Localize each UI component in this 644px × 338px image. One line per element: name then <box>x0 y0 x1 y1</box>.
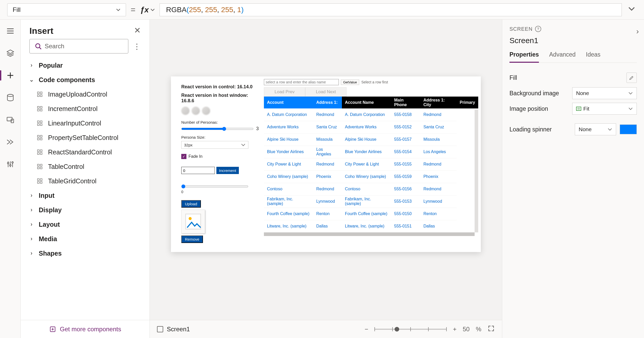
zoom-in-button[interactable]: + <box>453 326 457 333</box>
bg-image-select[interactable]: None <box>572 87 637 99</box>
category-display[interactable]: ›Display <box>21 203 150 217</box>
table-cell[interactable]: Renton <box>420 208 457 220</box>
hamburger-button[interactable] <box>3 25 18 37</box>
table-row[interactable]: Fourth Coffee (sample)RentonFourth Coffe… <box>264 208 478 220</box>
table-cell[interactable]: Los Angeles <box>313 146 342 158</box>
category-media[interactable]: ›Media <box>21 232 150 246</box>
table-cell[interactable]: 555-0151 <box>391 220 420 232</box>
close-panel-button[interactable] <box>134 27 141 35</box>
insert-button[interactable] <box>3 69 18 82</box>
zoom-slider-thumb[interactable] <box>395 327 399 332</box>
zoom-out-button[interactable]: − <box>365 326 368 333</box>
num-personas-slider[interactable] <box>181 127 254 131</box>
column-header[interactable]: Address 1: <box>313 97 342 108</box>
linear-slider[interactable] <box>181 184 248 188</box>
component-item[interactable]: TableGridControl <box>21 174 150 188</box>
table-cell[interactable]: 555-0155 <box>391 158 420 170</box>
get-more-components-button[interactable]: Get more components <box>21 320 150 338</box>
table-row[interactable]: Adventure WorksSanta CruzAdventure Works… <box>264 121 478 133</box>
table-cell[interactable]: Missoula <box>420 133 457 146</box>
tab-ideas[interactable]: Ideas <box>586 51 600 62</box>
table-cell[interactable]: Redmond <box>313 183 342 195</box>
table-cell[interactable]: Phoenix <box>313 170 342 183</box>
spinner-color-swatch[interactable] <box>620 124 637 134</box>
insert-more-menu[interactable]: ⋮ <box>133 42 141 51</box>
search-input[interactable]: Search <box>29 39 128 53</box>
column-header[interactable]: Main Phone <box>391 97 420 108</box>
column-header[interactable]: Account Name <box>342 97 391 108</box>
component-item[interactable]: LinearInputControl <box>21 116 150 130</box>
table-cell[interactable]: 555-0157 <box>391 133 420 146</box>
table-cell[interactable]: Los Angeles <box>420 146 457 158</box>
table-cell[interactable]: Fabrikam, Inc. (sample) <box>264 195 313 208</box>
table-row[interactable]: Blue Yonder AirlinesLos AngelesBlue Yond… <box>264 146 478 158</box>
column-header[interactable]: Account <box>264 97 313 108</box>
component-item[interactable]: TableControl <box>21 159 150 174</box>
category-layout[interactable]: ›Layout <box>21 217 150 232</box>
table-cell[interactable]: 555-0159 <box>391 170 420 183</box>
table-cell[interactable]: Lynnwood <box>420 195 457 208</box>
table-cell[interactable]: Missoula <box>313 133 342 146</box>
table-cell[interactable]: Santa Cruz <box>313 121 342 133</box>
table-cell[interactable]: Redmond <box>420 108 457 121</box>
getvalue-button[interactable]: GetValue <box>341 80 359 85</box>
media-button[interactable] <box>3 114 18 126</box>
table-cell[interactable]: 555-0153 <box>391 195 420 208</box>
alias-input[interactable] <box>264 79 339 85</box>
table-cell[interactable]: Dallas <box>313 220 342 232</box>
table-cell[interactable]: 555-0156 <box>391 183 420 195</box>
expand-props-button[interactable]: › <box>636 27 639 36</box>
table-cell[interactable]: City Power & Light <box>264 158 313 170</box>
remove-button[interactable]: Remove <box>181 235 203 243</box>
table-cell[interactable]: Redmond <box>420 183 457 195</box>
table-cell[interactable]: Lynnwood <box>313 195 342 208</box>
table-row[interactable]: A. Datum CorporationRedmondA. Datum Corp… <box>264 108 478 121</box>
fade-in-checkbox[interactable]: ✓ Fade In <box>181 154 259 159</box>
tab-properties[interactable]: Properties <box>509 51 539 63</box>
component-item[interactable]: ImageUploadControl <box>21 87 150 101</box>
table-row[interactable]: Litware, Inc. (sample)DallasLitware, Inc… <box>264 220 478 232</box>
table-cell[interactable]: Fabrikam, Inc. (sample) <box>342 195 391 208</box>
table-cell[interactable]: Fourth Coffee (sample) <box>264 208 313 220</box>
table-cell[interactable]: Blue Yonder Airlines <box>342 146 391 158</box>
load-prev-button[interactable]: Load Prev <box>264 87 305 97</box>
table-cell[interactable]: Contoso <box>264 183 313 195</box>
table-cell[interactable]: Fourth Coffee (sample) <box>342 208 391 220</box>
property-select[interactable]: Fill <box>7 3 126 16</box>
table-cell[interactable]: Adventure Works <box>342 121 391 133</box>
app-preview[interactable]: React version in control: 16.14.0 React … <box>171 76 481 252</box>
table-cell[interactable]: Alpine Ski House <box>264 133 313 146</box>
tab-advanced[interactable]: Advanced <box>549 51 576 62</box>
help-icon[interactable]: ? <box>535 26 541 32</box>
category-popular[interactable]: › Popular <box>21 58 150 73</box>
table-cell[interactable]: A. Datum Corporation <box>342 108 391 121</box>
table-cell[interactable]: Litware, Inc. (sample) <box>342 220 391 232</box>
column-header[interactable]: Address 1: City <box>420 97 457 108</box>
data-button[interactable] <box>3 91 18 104</box>
table-cell[interactable]: 555-0154 <box>391 146 420 158</box>
column-header[interactable]: Primary <box>457 97 478 108</box>
table-row[interactable]: Coho Winery (sample)PhoenixCoho Winery (… <box>264 170 478 183</box>
table-cell[interactable]: Renton <box>313 208 342 220</box>
category-code-components[interactable]: ⌄ Code components <box>21 73 150 87</box>
table-cell[interactable]: City Power & Light <box>342 158 391 170</box>
data-grid[interactable]: AccountAddress 1:Account NameMain PhoneA… <box>264 97 478 236</box>
component-item[interactable]: PropertySetTableControl <box>21 130 150 145</box>
upload-button[interactable]: Upload <box>181 200 201 208</box>
table-cell[interactable]: Litware, Inc. (sample) <box>264 220 313 232</box>
persona-size-select[interactable]: 32px <box>181 141 248 149</box>
table-cell[interactable]: Coho Winery (sample) <box>342 170 391 183</box>
image-position-select[interactable]: Fit <box>572 103 637 115</box>
table-cell[interactable]: 555-0152 <box>391 121 420 133</box>
table-row[interactable]: Fabrikam, Inc. (sample)LynnwoodFabrikam,… <box>264 195 478 208</box>
table-cell[interactable]: Dallas <box>420 220 457 232</box>
table-cell[interactable]: Adventure Works <box>264 121 313 133</box>
component-item[interactable]: ReactStandardControl <box>21 145 150 159</box>
formula-input[interactable]: RGBA(255, 255, 255, 1) <box>160 3 622 16</box>
table-cell[interactable]: Redmond <box>313 158 342 170</box>
component-item[interactable]: IncrementControl <box>21 101 150 116</box>
zoom-slider[interactable] <box>374 329 447 330</box>
table-cell[interactable]: Coho Winery (sample) <box>264 170 313 183</box>
table-cell[interactable]: Redmond <box>420 158 457 170</box>
table-row[interactable]: City Power & LightRedmondCity Power & Li… <box>264 158 478 170</box>
